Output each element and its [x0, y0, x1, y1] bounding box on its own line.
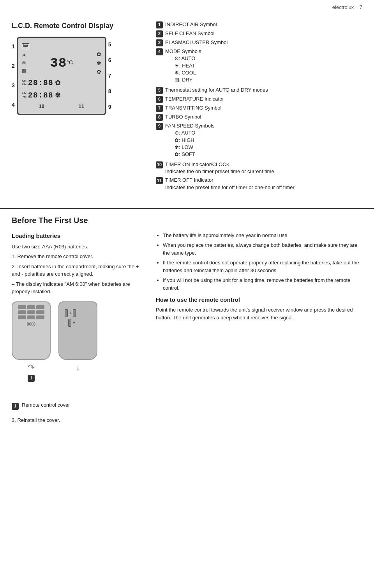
badge-10: 10 — [156, 161, 163, 168]
mode-dry: ▨: DRY — [175, 76, 201, 83]
time-display-2: 28:88 — [28, 90, 53, 101]
badge-7: 7 — [156, 105, 163, 112]
bottom-callout-11: 11 — [79, 103, 84, 110]
item-5: 5 Thermostat setting for AUTO and DRY mo… — [156, 87, 362, 94]
callout-3: 3 — [12, 82, 15, 90]
diagram-area: 1 2 3 4 ion ☀ ❄ ▨ — [12, 37, 148, 115]
item-7: 7 TRANSMITTING Symbol — [156, 104, 362, 112]
item-9: 9 FAN SPEED Symbols ⊙: AUTO ✿: HIGH ✾: L… — [156, 122, 362, 159]
brand-name: electrolux — [332, 4, 354, 10]
pm-label-2: PM — [22, 96, 26, 99]
item-5-text: Thermostat setting for AUTO and DRY mode… — [165, 87, 268, 94]
callout-7: 7 — [108, 72, 111, 80]
item-11: 11 TIMER OFF Indicator Indicates the pre… — [156, 177, 362, 191]
lcd-main-row: ☀ ❄ ▨ 38°C ✿ ✾ ✿ — [22, 51, 101, 76]
item-10: 10 TIMER ON Indicator/CLOCK Indicates th… — [156, 161, 362, 175]
snowflake-icon: ❄ — [22, 60, 26, 67]
item-1-text: INDIRECT AIR Symbol — [165, 21, 217, 28]
wave-icon: ▨ — [22, 67, 26, 74]
before-use-section: Before The First Use Loading batteries U… — [0, 215, 374, 424]
how-to-title: How to use the remote control — [156, 296, 362, 304]
right-callout-numbers: 5 6 7 8 9 — [106, 37, 111, 115]
loading-batteries-column: Loading batteries Use two size-AAA (R03)… — [12, 232, 144, 424]
remote-btn — [36, 315, 44, 319]
item-3-text: PLASMACLUSTER Symbol — [165, 39, 228, 46]
section-title: L.C.D. Remote Control Display — [12, 21, 148, 31]
bottom-label-area: 1 Remote control cover — [12, 401, 144, 411]
badge-2: 2 — [156, 30, 163, 37]
item-4-subs: ⊙: AUTO ☀: HEAT ❄: COOL ▨: DRY — [175, 55, 201, 83]
left-callout-numbers: 1 2 3 4 — [12, 37, 17, 115]
fan-low: ✾: LOW — [175, 144, 214, 151]
section-divider — [0, 208, 374, 209]
items-panel: 1 INDIRECT AIR Symbol 2 SELF CLEAN Symbo… — [156, 21, 362, 193]
plus-sign-2: + — [73, 320, 75, 326]
badge-1: 1 — [156, 21, 163, 28]
remote-model-text: 0000 — [27, 322, 35, 327]
item-7-text: TRANSMITTING Symbol — [165, 104, 221, 112]
item-6-text: TEMPERATURE Indicator — [165, 96, 224, 103]
time-display-1: 28:88 — [28, 78, 53, 89]
remote-btn — [27, 315, 35, 319]
callout-2: 2 — [12, 62, 15, 70]
left-mode-icons: ☀ ❄ ▨ — [22, 52, 26, 75]
item-10-text: TIMER ON Indicator/CLOCK — [165, 161, 275, 168]
battery-slot-1: + — [65, 309, 92, 317]
remote-illustrations: 0000 ↷ 1 + — [12, 301, 144, 386]
lcd-time-row2: AM PM 28:88 ✾ — [22, 90, 101, 101]
fan-auto: ⊙: AUTO — [175, 129, 214, 136]
badge-5: 5 — [156, 87, 163, 94]
down-arrow-icon: ↓ — [76, 362, 80, 374]
remote-btn — [36, 310, 44, 314]
badge-11: 11 — [156, 177, 163, 184]
remote-btn — [18, 310, 26, 314]
temp-display-area: 38°C — [50, 54, 73, 73]
battery-tips-column: The battery life is approximately one ye… — [156, 232, 362, 424]
item-9-subs: ⊙: AUTO ✿: HIGH ✾: LOW ✿: SOFT — [175, 129, 214, 158]
page-header: electrolux 7 — [0, 0, 374, 13]
fan-icon-1: ✿ — [55, 78, 61, 88]
badge-9: 9 — [156, 123, 163, 130]
item-9-text: FAN SPEED Symbols — [165, 122, 214, 129]
bullet-3: If the remote control does not operate p… — [163, 259, 362, 274]
item-8: 8 TURBO Symbol — [156, 113, 362, 121]
remote-btn — [36, 305, 44, 309]
callout-8: 8 — [108, 88, 111, 96]
battery-step-2: 2. Insert batteries in the compartment, … — [12, 263, 144, 278]
callout-9: 9 — [108, 103, 111, 111]
badge-4: 4 — [156, 48, 163, 55]
remote-illustration-2: + – + — [58, 301, 97, 360]
fan-mid-icon: ✾ — [97, 60, 101, 67]
item-2-text: SELF CLEAN Symbol — [165, 30, 214, 37]
how-to-section: How to use the remote control Point the … — [156, 296, 362, 321]
item-11-detail: Indicates the preset time for off timer … — [165, 184, 296, 191]
temperature-display: 38 — [50, 56, 67, 71]
remote-buttons-grid — [18, 305, 45, 319]
item-10-detail: Indicates the on timer preset time or cu… — [165, 168, 275, 175]
fan-high-icon: ✿ — [97, 51, 101, 58]
item-4-text: MODE Symbols — [165, 48, 201, 55]
remote-illustration-1: 0000 — [12, 301, 51, 360]
bottom-label-text: Remote control cover — [22, 401, 70, 409]
ampm-1: AM PM — [22, 80, 26, 87]
bottom-callout-row: 10 11 — [22, 103, 101, 110]
badge-8: 8 — [156, 114, 163, 121]
callout-5: 5 — [108, 41, 111, 49]
bullet-1: The battery life is approximately one ye… — [163, 232, 362, 239]
minus-sign: – — [65, 320, 67, 326]
battery-step-display: – The display indicates "AM 6:00" when b… — [12, 280, 144, 296]
lcd-screen: ion ☀ ❄ ▨ 38°C ✿ ✾ — [17, 37, 106, 115]
fan-icon-2: ✾ — [55, 90, 61, 100]
remote-btn — [18, 305, 26, 309]
ampm-2: AM PM — [22, 92, 26, 99]
ion-label: ion — [22, 43, 30, 49]
item-2: 2 SELF CLEAN Symbol — [156, 30, 362, 37]
remote-btn — [27, 305, 35, 309]
item-6: 6 TEMPERATURE Indicator — [156, 96, 362, 103]
lcd-section-wrapper: L.C.D. Remote Control Display 1 2 3 4 io… — [0, 13, 374, 200]
remote-btn — [18, 315, 26, 319]
badge-6: 6 — [156, 96, 163, 103]
mode-cool: ❄: COOL — [175, 69, 201, 76]
battery-step-1: 1. Remove the remote control cover. — [12, 253, 144, 260]
before-use-title: Before The First Use — [12, 215, 362, 226]
